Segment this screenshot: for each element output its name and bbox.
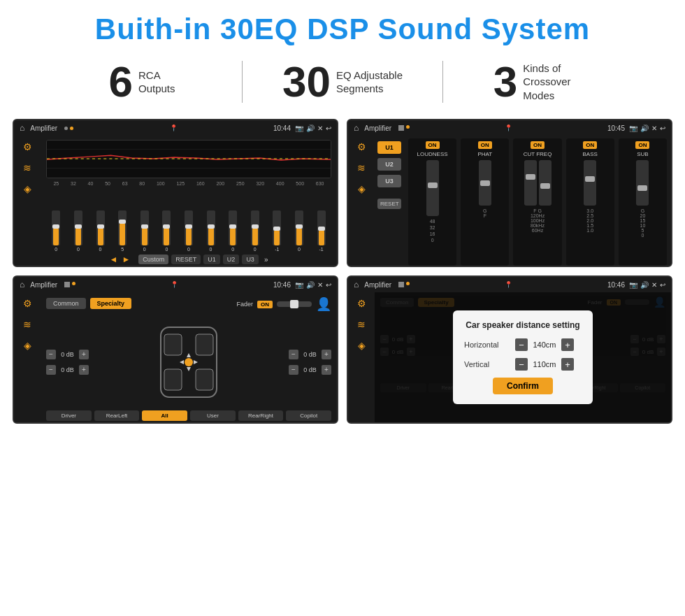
- ctrl-plus-2[interactable]: +: [79, 365, 89, 375]
- eq-handle-5[interactable]: [141, 224, 148, 229]
- eq-track-3[interactable]: [96, 210, 105, 245]
- back-icon-2[interactable]: ↩: [660, 124, 665, 132]
- eq-handle-3[interactable]: [97, 224, 104, 229]
- sub-handle[interactable]: [637, 185, 647, 191]
- eq-u2-btn[interactable]: U2: [223, 255, 240, 264]
- cutfreq-handle-2[interactable]: [540, 183, 550, 189]
- home-icon-4[interactable]: ⌂: [354, 280, 359, 289]
- eq-fill-6: [164, 228, 169, 245]
- eq-track-5[interactable]: [140, 210, 149, 245]
- person-icon[interactable]: 👤: [316, 296, 331, 312]
- freq-160: 160: [196, 181, 205, 186]
- eq-reset-btn[interactable]: RESET: [171, 255, 201, 264]
- eq-more-icon[interactable]: »: [264, 256, 268, 264]
- eq-slider-1: 0: [52, 210, 60, 252]
- eq-handle-4[interactable]: [119, 220, 126, 224]
- common-tab[interactable]: Common: [46, 298, 86, 309]
- fader-slider[interactable]: [277, 301, 312, 307]
- cross-reset-btn[interactable]: RESET: [377, 199, 401, 209]
- dist-filter-icon[interactable]: ⚙: [357, 298, 366, 309]
- driver-btn[interactable]: Driver: [46, 410, 92, 421]
- vertical-minus[interactable]: −: [515, 358, 528, 371]
- rearright-btn[interactable]: RearRight: [238, 410, 284, 421]
- all-btn[interactable]: All: [142, 410, 187, 421]
- back-icon[interactable]: ↩: [326, 124, 331, 132]
- u3-btn[interactable]: U3: [377, 175, 401, 187]
- eq-prev-arrow[interactable]: ◄: [110, 255, 118, 264]
- sub-slider[interactable]: [636, 160, 649, 206]
- dist-speaker-icon[interactable]: ◈: [358, 340, 366, 351]
- eq-val-7: 0: [187, 247, 190, 252]
- back-icon-4[interactable]: ↩: [660, 281, 665, 289]
- back-icon-3[interactable]: ↩: [326, 281, 331, 289]
- u2-btn[interactable]: U2: [377, 158, 401, 171]
- eq-handle-12[interactable]: [296, 224, 303, 229]
- eq-content: 25 32 40 50 63 80 100 125 160 200 250 32…: [41, 136, 337, 267]
- eq-track-10[interactable]: [251, 210, 259, 245]
- eq-track-7[interactable]: [185, 210, 193, 245]
- vertical-plus[interactable]: +: [561, 358, 574, 371]
- eq-handle-9[interactable]: [229, 224, 236, 229]
- ctrl-minus-4[interactable]: −: [289, 365, 298, 375]
- loudness-slider[interactable]: [426, 160, 439, 216]
- cross-filter-icon[interactable]: ⚙: [357, 141, 366, 152]
- eq-wave-icon[interactable]: ≋: [23, 162, 31, 173]
- phat-slider[interactable]: [479, 160, 491, 206]
- eq-handle-6[interactable]: [163, 224, 170, 229]
- eq-track-6[interactable]: [162, 210, 171, 245]
- confirm-button[interactable]: Confirm: [493, 378, 553, 394]
- sp-wave-icon[interactable]: ≋: [23, 319, 31, 330]
- cross-speaker-icon[interactable]: ◈: [358, 183, 366, 194]
- home-icon[interactable]: ⌂: [20, 123, 24, 133]
- horizontal-minus[interactable]: −: [515, 338, 528, 351]
- eq-track-1[interactable]: [52, 210, 60, 245]
- sp-speaker-icon[interactable]: ◈: [24, 340, 31, 351]
- eq-handle-8[interactable]: [208, 224, 215, 229]
- eq-filter-icon[interactable]: ⚙: [23, 141, 32, 152]
- fader-thumb[interactable]: [290, 300, 298, 308]
- ctrl-plus-1[interactable]: +: [79, 350, 89, 359]
- eq-handle-7[interactable]: [185, 224, 192, 229]
- eq-track-13[interactable]: [317, 210, 326, 245]
- eq-track-2[interactable]: [74, 210, 82, 245]
- eq-speaker-icon[interactable]: ◈: [24, 183, 31, 194]
- eq-handle-1[interactable]: [52, 224, 59, 229]
- cutfreq-slider-1[interactable]: [524, 160, 537, 206]
- eq-handle-2[interactable]: [75, 224, 82, 229]
- loudness-handle[interactable]: [428, 182, 438, 188]
- eq-u1-btn[interactable]: U1: [203, 255, 220, 264]
- dist-wave-icon[interactable]: ≋: [357, 319, 366, 330]
- copilot-btn[interactable]: Copilot: [286, 410, 331, 421]
- phat-handle[interactable]: [480, 180, 490, 186]
- eq-next-arrow[interactable]: ►: [122, 255, 130, 264]
- cross-wave-icon[interactable]: ≋: [357, 162, 366, 173]
- eq-handle-10[interactable]: [252, 224, 259, 229]
- ctrl-minus-1[interactable]: −: [46, 350, 56, 359]
- ctrl-plus-4[interactable]: +: [322, 365, 331, 375]
- eq-handle-11[interactable]: [273, 227, 280, 231]
- home-icon-3[interactable]: ⌂: [20, 280, 24, 289]
- rearleft-btn[interactable]: RearLeft: [94, 410, 140, 421]
- u1-btn[interactable]: U1: [377, 141, 401, 154]
- home-icon-2[interactable]: ⌂: [354, 123, 359, 133]
- crossover-screen: ⌂ Amplifier 📍 10:45 📷 🔊 ✕ ↩ ⚙ ≋ ◈: [347, 119, 672, 267]
- eq-handle-13[interactable]: [318, 227, 325, 231]
- eq-track-9[interactable]: [229, 210, 237, 245]
- eq-track-12[interactable]: [295, 210, 303, 245]
- eq-track-8[interactable]: [207, 210, 215, 245]
- cutfreq-handle-1[interactable]: [526, 174, 535, 180]
- eq-track-4[interactable]: [118, 210, 127, 245]
- ctrl-minus-3[interactable]: −: [289, 350, 298, 359]
- sp-filter-icon[interactable]: ⚙: [23, 298, 32, 309]
- eq-custom-btn[interactable]: Custom: [138, 255, 168, 264]
- cutfreq-slider-2[interactable]: [539, 160, 551, 206]
- user-btn[interactable]: User: [190, 410, 236, 421]
- ctrl-plus-3[interactable]: +: [322, 350, 331, 359]
- horizontal-plus[interactable]: +: [561, 338, 574, 351]
- eq-track-11[interactable]: [273, 210, 281, 245]
- specialty-tab[interactable]: Specialty: [90, 298, 132, 309]
- bass-slider[interactable]: [584, 160, 596, 206]
- bass-handle[interactable]: [585, 176, 595, 182]
- ctrl-minus-2[interactable]: −: [46, 365, 56, 375]
- eq-u3-btn[interactable]: U3: [242, 255, 259, 264]
